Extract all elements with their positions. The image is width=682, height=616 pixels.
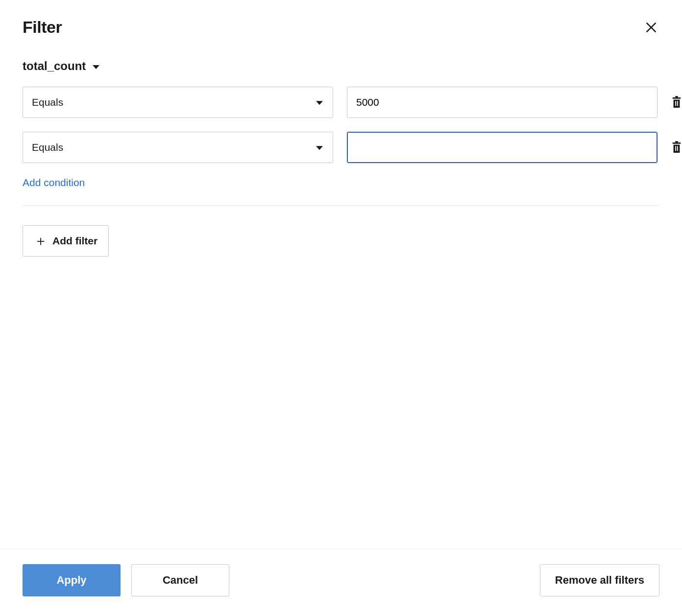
trash-icon [671,141,682,154]
add-filter-label: Add filter [52,235,97,247]
close-icon [645,21,658,34]
dialog-footer: Apply Cancel Remove all filters [0,549,682,616]
operator-label: Equals [32,96,63,108]
dialog-body: Filter total_count EqualsEquals Add cond… [0,0,682,549]
filter-dialog: Filter total_count EqualsEquals Add cond… [0,0,682,616]
remove-all-filters-button[interactable]: Remove all filters [540,564,659,596]
dialog-header: Filter [23,18,659,37]
caret-down-icon [93,65,99,69]
svg-rect-3 [675,96,678,97]
divider [23,205,659,206]
svg-rect-5 [677,101,678,106]
add-condition-link[interactable]: Add condition [23,177,85,189]
svg-rect-2 [673,97,681,99]
operator-dropdown[interactable]: Equals [23,132,333,163]
trash-icon [671,96,682,109]
plus-icon: ＋ [34,234,48,248]
conditions-list: EqualsEquals [23,87,659,163]
filter-field-dropdown[interactable]: total_count [23,59,99,73]
filter-field-label: total_count [23,59,86,73]
cancel-button[interactable]: Cancel [131,564,229,596]
close-button[interactable] [643,19,659,36]
svg-rect-6 [673,142,681,144]
caret-down-icon [316,101,323,105]
caret-down-icon [316,146,323,150]
dialog-title: Filter [23,18,62,37]
operator-label: Equals [32,142,63,153]
svg-rect-8 [675,146,676,151]
value-input[interactable] [347,132,658,163]
condition-row: Equals [23,87,659,118]
delete-condition-button[interactable] [671,140,682,155]
add-filter-button[interactable]: ＋ Add filter [23,225,109,257]
value-input[interactable] [347,87,658,118]
operator-dropdown[interactable]: Equals [23,87,333,118]
apply-button[interactable]: Apply [23,564,121,596]
svg-rect-4 [675,101,676,106]
delete-condition-button[interactable] [671,95,682,110]
condition-row: Equals [23,132,659,163]
svg-rect-7 [675,141,678,142]
svg-rect-9 [677,146,678,151]
